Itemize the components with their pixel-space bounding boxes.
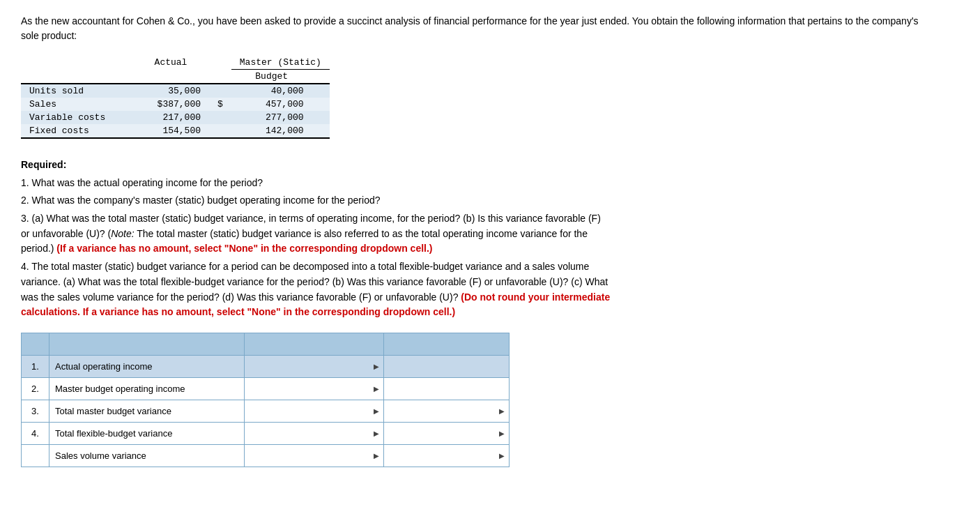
- table-row: Fixed costs 154,500 142,000: [21, 124, 330, 138]
- note-red-1: (If a variance has no amount, select "No…: [56, 243, 432, 254]
- row-1-amount-input[interactable]: [245, 356, 383, 377]
- header-variance: [384, 333, 510, 355]
- fixed-costs-label: Fixed costs: [21, 124, 132, 138]
- row-4-dropdown-cell[interactable]: [384, 422, 510, 444]
- table-row: Units sold 35,000 40,000: [21, 84, 330, 98]
- variable-costs-actual: 217,000: [132, 111, 209, 124]
- row-3-label: Total master budget variance: [49, 400, 245, 422]
- row-1-dropdown-input[interactable]: [384, 356, 509, 377]
- intro-paragraph: As the new accountant for Cohen & Co., y…: [21, 14, 927, 43]
- header-num: [22, 333, 49, 355]
- row-1-amount-cell[interactable]: [245, 355, 384, 377]
- row-3-dropdown-input[interactable]: [384, 400, 509, 422]
- row-5-dropdown-input[interactable]: [384, 445, 509, 467]
- variable-costs-label: Variable costs: [21, 111, 132, 124]
- row-4-label: Total flexible-budget variance: [49, 422, 245, 444]
- answer-row-5: Sales volume variance: [22, 444, 510, 467]
- table-row: Sales $387,000 $ 457,000: [21, 98, 330, 111]
- fixed-costs-actual: 154,500: [132, 124, 209, 138]
- row-3-num: 3.: [22, 400, 49, 422]
- row-2-dropdown-input[interactable]: [384, 378, 509, 400]
- fixed-costs-budget: 142,000: [231, 124, 312, 138]
- required-section: Required: 1. What was the actual operati…: [21, 158, 927, 320]
- units-sold-actual: 35,000: [132, 84, 209, 98]
- required-item-3: 3. (a) What was the total master (static…: [21, 211, 927, 257]
- required-item-2: 2. What was the company's master (static…: [21, 193, 927, 209]
- row-4-amount-cell[interactable]: [245, 422, 384, 444]
- answer-row-3: 3. Total master budget variance: [22, 400, 510, 422]
- required-title: Required:: [21, 158, 927, 173]
- row-2-amount-cell[interactable]: [245, 377, 384, 400]
- row-5-amount-input[interactable]: [245, 445, 383, 467]
- answer-row-4: 4. Total flexible-budget variance: [22, 422, 510, 444]
- row-3-amount-input[interactable]: [245, 400, 383, 422]
- row-3-dropdown-cell[interactable]: [384, 400, 510, 422]
- row-2-dropdown-cell[interactable]: [384, 377, 510, 400]
- row-5-amount-cell[interactable]: [245, 444, 384, 467]
- units-sold-budget: 40,000: [231, 84, 312, 98]
- master-budget-header: Master (Static): [231, 56, 330, 70]
- actual-header: Actual: [132, 56, 209, 70]
- row-2-label: Master budget operating income: [49, 377, 245, 400]
- row-5-dropdown-cell[interactable]: [384, 444, 510, 467]
- sales-actual: $387,000: [132, 98, 209, 111]
- answer-row-2: 2. Master budget operating income: [22, 377, 510, 400]
- data-table: Actual Master (Static) Budget Units sold…: [21, 56, 330, 141]
- row-5-num: [22, 444, 49, 467]
- header-amount: [245, 333, 384, 355]
- row-1-num: 1.: [22, 355, 49, 377]
- answer-row-1: 1. Actual operating income: [22, 355, 510, 377]
- row-1-dropdown-cell[interactable]: [384, 355, 510, 377]
- row-4-dropdown-input[interactable]: [384, 423, 509, 444]
- row-1-label: Actual operating income: [49, 355, 245, 377]
- row-4-amount-input[interactable]: [245, 423, 383, 444]
- row-4-num: 4.: [22, 422, 49, 444]
- header-label: [49, 333, 245, 355]
- budget-subheader: Budget: [231, 70, 312, 84]
- note-red-2: (Do not round your intermediate calculat…: [21, 291, 610, 318]
- required-item-1: 1. What was the actual operating income …: [21, 176, 927, 191]
- row-2-amount-input[interactable]: [245, 378, 383, 400]
- row-3-amount-cell[interactable]: [245, 400, 384, 422]
- variable-costs-budget: 277,000: [231, 111, 312, 124]
- answer-table: 1. Actual operating income 2. Master bud…: [21, 333, 510, 467]
- row-5-label: Sales volume variance: [49, 444, 245, 467]
- row-2-num: 2.: [22, 377, 49, 400]
- sales-dollar-sign: $: [209, 98, 231, 111]
- sales-budget: 457,000: [231, 98, 312, 111]
- units-sold-label: Units sold: [21, 84, 132, 98]
- sales-label: Sales: [21, 98, 132, 111]
- required-item-4: 4. The total master (static) budget vari…: [21, 259, 927, 320]
- table-row: Variable costs 217,000 277,000: [21, 111, 330, 124]
